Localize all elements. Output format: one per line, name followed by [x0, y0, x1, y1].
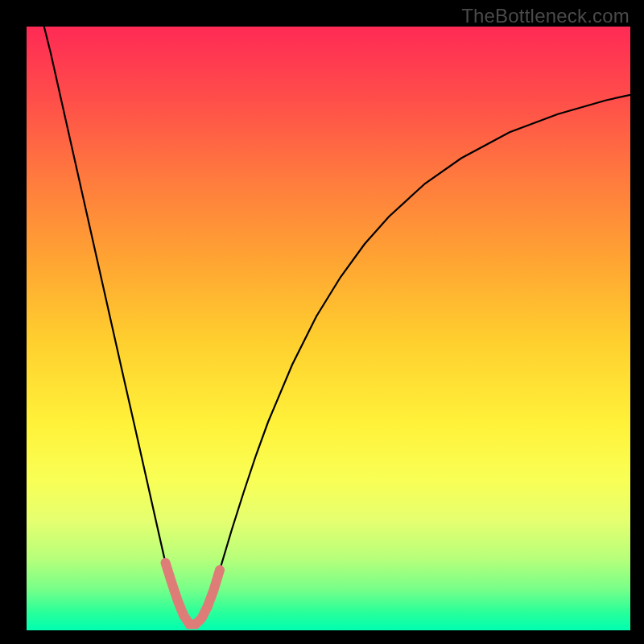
- highlight-segment-left: [166, 563, 184, 615]
- chart-stage: TheBottleneck.com: [0, 0, 644, 644]
- bottleneck-curve: [44, 27, 630, 625]
- watermark-text: TheBottleneck.com: [461, 5, 630, 27]
- curve-svg: [27, 27, 630, 630]
- plot-area: [27, 27, 630, 630]
- highlight-segment-right: [208, 570, 220, 606]
